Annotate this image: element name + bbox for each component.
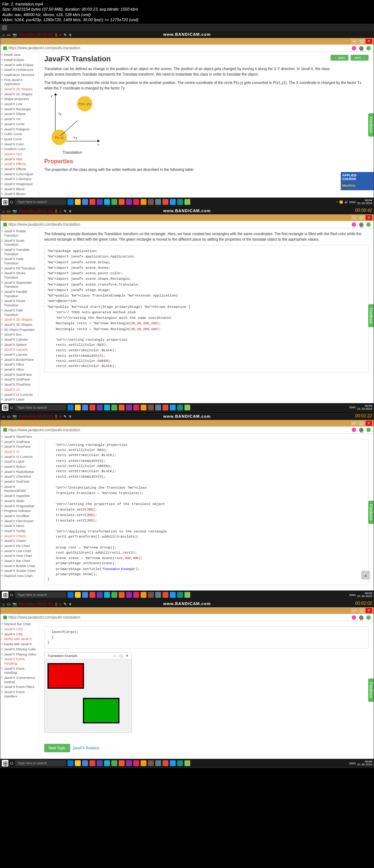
sidebar-item[interactable]: JavaFX Charts [0,539,39,544]
sidebar-item[interactable]: JavaFX Playing Audio [0,647,39,652]
sidebar-item[interactable]: JavaFX Event Handling [0,666,39,676]
taskbar-app-icon[interactable] [170,199,176,205]
tray-wifi-icon[interactable]: 📶 [339,200,343,204]
taskbar-app-icon[interactable] [126,592,132,598]
sidebar-item[interactable]: JavaFX FlowPane [0,444,39,450]
taskbar-app-icon[interactable] [97,760,103,766]
taskbar-app-icon[interactable] [148,760,154,766]
sidebar-item[interactable]: JavaFX UI Controls [0,455,39,460]
cortana-icon[interactable]: ○ [10,404,14,411]
sidebar-item[interactable]: JavaFX 2D Shapes [0,92,39,97]
taskbar-app-icon[interactable] [68,760,73,766]
taskbar-app-icon[interactable] [75,760,81,766]
taskbar-app-icon[interactable] [82,199,88,205]
edit-icon[interactable]: ✎ [64,602,66,606]
win-maximize-icon[interactable]: ▢ [119,654,123,658]
sidebar-item[interactable]: JavaFX Tooltip [0,529,39,534]
feedback-tab[interactable]: Feedback [368,113,374,137]
scroll-top-button[interactable]: ▲ [361,571,370,580]
sidebar-item[interactable]: JavaFX 3D Shapes [0,322,39,328]
sidebar-item[interactable]: JavaFX Circle [0,122,39,127]
sidebar-item[interactable]: JavaFX StackPane [0,435,39,440]
sidebar-item[interactable]: Cubic Curve [0,132,39,137]
taskbar-app-icon[interactable] [82,760,88,766]
sidebar-item[interactable]: JavaFX Path Transition [0,308,39,317]
cortana-icon[interactable]: ○ [10,592,14,598]
close-tab-icon[interactable]: ✕ [69,414,72,418]
edit-icon[interactable]: ✎ [64,33,66,37]
taskbar-app-icon[interactable] [155,760,161,766]
sidebar-item[interactable]: JavaFX BorderPane [0,357,39,363]
sidebar-item[interactable]: JavaFX Scatter Chart [0,569,39,574]
ext-icon-1[interactable] [352,615,356,620]
taskbar-app-icon[interactable] [148,199,154,205]
profile-icon[interactable] [366,46,371,50]
sidebar-item[interactable]: JavaFX GridPane [0,440,39,445]
sidebar-item[interactable]: JavaFX Translate Transition [0,248,39,257]
profile-icon[interactable] [366,615,371,620]
pause-icon[interactable]: || [55,414,57,418]
taskbar-app-icon[interactable] [155,405,161,410]
taskbar-search[interactable]: Type here to search [15,760,66,766]
taskbar-app-icon[interactable] [97,592,103,598]
sidebar-item[interactable]: JavaFX Line [0,102,39,107]
sidebar-item[interactable]: JavaFX Color [0,142,39,147]
sidebar-item[interactable]: JavaFX Bubble Chart [0,564,39,569]
taskbar-app-icon[interactable] [184,405,190,410]
sidebar-item[interactable]: Install Eclipse [0,58,39,63]
prev-button[interactable]: ← prev [331,55,348,61]
taskbar-app-icon[interactable] [133,760,139,766]
sidebar-item[interactable]: Media with JavaFX [0,642,39,647]
sidebar-item[interactable]: JavaFX ProgressBar [0,504,39,509]
sidebar-item[interactable]: JavaFX Menu [0,524,39,529]
stop-icon[interactable]: ■ [59,414,61,418]
maximize-button[interactable]: ▢ [358,215,365,220]
taskbar-app-icon[interactable] [133,592,139,598]
sidebar-item[interactable]: JavaFX Label [0,459,39,464]
tray-sound-icon[interactable]: 🔊 [344,200,348,204]
star-icon[interactable]: ☆ [359,428,363,432]
applied-course-ad[interactable]: APPLIEDCOURSE Machine [341,172,374,190]
taskbar-app-icon[interactable] [184,592,190,598]
tray-lang[interactable]: ENG [350,406,356,409]
start-button[interactable]: ⊞ [2,404,8,411]
sidebar-item[interactable]: JavaFX Fade Transition [0,257,39,266]
sidebar-item[interactable]: JavaFX PasswordField [0,485,39,494]
sidebar-item[interactable]: JavaFX Event Handling [0,657,39,666]
sidebar-item[interactable]: JavaFX Cylinder [0,337,39,343]
taskbar-app-icon[interactable] [111,405,117,410]
pause-icon[interactable]: || [55,33,57,37]
sidebar-item[interactable]: JavaFX Effects [0,162,39,167]
camera-icon[interactable]: 📷 [12,209,17,213]
taskbar-app-icon[interactable] [68,405,73,410]
sidebar-item[interactable]: Stacked Bar Chart [0,622,39,627]
taskbar-app-icon[interactable] [119,760,125,766]
star-icon[interactable]: ☆ [359,222,363,227]
close-button[interactable]: ✕ [366,421,372,426]
taskbar-app-icon[interactable] [75,199,81,205]
taskbar-app-icon[interactable] [141,592,146,598]
taskbar-app-icon[interactable] [141,199,146,205]
tray-up-icon[interactable]: ^ [336,200,338,204]
sidebar-item[interactable]: JavaFX Slider [0,499,39,504]
sidebar-item[interactable]: JavaFX GridPane [0,377,39,382]
sidebar-item[interactable]: 3D Object Properties [0,328,39,333]
close-button[interactable]: ✕ [366,39,372,44]
sidebar-item[interactable]: JavaFX TextField [0,479,39,485]
maximize-button[interactable]: ▢ [358,39,365,44]
tray-clock[interactable]: 00:0521-10-2019 [357,405,372,410]
cortana-icon[interactable]: ○ [10,199,14,205]
taskbar-search[interactable]: Type here to search [15,592,66,598]
sidebar-item[interactable]: JavaFX Playing Video [0,652,39,657]
taskbar-app-icon[interactable] [126,760,132,766]
taskbar-search[interactable]: Type here to search [15,199,66,205]
taskbar-app-icon[interactable] [177,760,183,766]
sidebar-item[interactable]: JavaFX Pie Chart [0,544,39,549]
sidebar-item[interactable]: JavaFX Pause Transition [0,299,39,308]
taskbar-app-icon[interactable] [119,405,125,410]
taskbar-app-icon[interactable] [111,760,117,766]
ext-icon-1[interactable] [352,428,356,432]
taskbar-app-icon[interactable] [104,760,110,766]
sidebar-item[interactable]: Stacked Area Chart [0,574,39,579]
taskbar-app-icon[interactable] [177,199,183,205]
